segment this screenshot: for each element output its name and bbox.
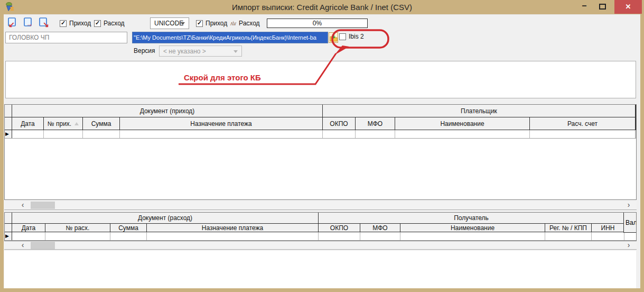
grid-cell[interactable] bbox=[395, 130, 530, 138]
current-row-marker-icon: ▶ bbox=[5, 132, 9, 136]
import-file-button[interactable]: ↙ bbox=[6, 17, 19, 30]
grid-cell[interactable] bbox=[120, 130, 323, 138]
selector-header bbox=[5, 117, 12, 130]
sync-label-right: Расход bbox=[239, 20, 260, 27]
column-header-summa[interactable]: Сумма bbox=[83, 117, 120, 130]
scrollbar-thumb[interactable] bbox=[31, 202, 55, 209]
grid-cell[interactable] bbox=[319, 232, 360, 240]
maximize-icon bbox=[599, 4, 606, 10]
column-header-naznachenie[interactable]: Назначение платежа bbox=[147, 224, 319, 232]
version-dropdown[interactable]: < не указано > bbox=[159, 45, 242, 57]
svg-text:↙: ↙ bbox=[8, 20, 15, 29]
ibis2-checkbox[interactable]: Ibis 2 bbox=[339, 33, 364, 40]
grid-cell[interactable] bbox=[44, 130, 83, 138]
group-header-document-prihod: Документ (приход) bbox=[12, 105, 323, 117]
grid-cell[interactable] bbox=[530, 130, 636, 138]
window-title: Импорт выписки: Credit Agricole Bank / I… bbox=[0, 0, 644, 14]
rashod-checkbox-label: Расход bbox=[104, 20, 125, 27]
grid-cell[interactable] bbox=[356, 130, 395, 138]
selector-header bbox=[5, 213, 12, 224]
column-header-reg-kpp[interactable]: Рег. № / КПП bbox=[545, 224, 592, 232]
grid-body bbox=[5, 139, 636, 199]
column-header-okpo[interactable]: ОКПО bbox=[323, 117, 356, 130]
grid-cell[interactable] bbox=[624, 232, 636, 240]
checkbox-checked-icon bbox=[94, 20, 101, 27]
file-path-selected-text: "E:\My Documents\TZ\Банки\КредиАгриколь(… bbox=[133, 34, 316, 41]
grid-cell[interactable] bbox=[323, 130, 356, 138]
import-prihod-button[interactable]: → bbox=[22, 17, 35, 30]
group-header-document-rashod: Документ (расход) bbox=[12, 213, 319, 224]
outgoing-grid-hscrollbar[interactable]: ‹ › bbox=[4, 241, 637, 250]
doc-arrow-down-right-icon: ↘ bbox=[38, 17, 50, 29]
column-header-inn[interactable]: ИНН bbox=[592, 224, 624, 232]
version-label: Версия bbox=[134, 47, 155, 54]
column-header-summa[interactable]: Сумма bbox=[110, 224, 147, 232]
encoding-dropdown[interactable]: UNICODE bbox=[150, 17, 189, 29]
scroll-left-icon[interactable]: ‹ bbox=[18, 241, 27, 250]
import-rashod-button[interactable]: ↘ bbox=[38, 17, 51, 30]
row-selector[interactable]: ▶ bbox=[5, 130, 12, 138]
grid-cell[interactable] bbox=[360, 232, 400, 240]
rashod-checkbox[interactable]: Расход bbox=[94, 20, 125, 27]
grid-cell[interactable] bbox=[83, 130, 120, 138]
folder-download-icon bbox=[330, 34, 338, 42]
column-header-naimenovanie[interactable]: Наименование bbox=[395, 117, 530, 130]
column-header-naznachenie[interactable]: Назначение платежа bbox=[120, 117, 323, 130]
column-header-okpo[interactable]: ОКПО bbox=[319, 224, 360, 232]
scroll-left-icon[interactable]: ‹ bbox=[18, 201, 27, 209]
file-path-input[interactable]: "E:\My Documents\TZ\Банки\КредиАгриколь(… bbox=[132, 32, 328, 43]
column-header-mfo[interactable]: МФО bbox=[356, 117, 395, 130]
selector-header bbox=[5, 224, 12, 232]
column-header-naimenovanie[interactable]: Наименование bbox=[400, 224, 545, 232]
encoding-value: UNICODE bbox=[154, 20, 183, 27]
browse-file-button[interactable] bbox=[329, 32, 338, 43]
current-row-marker-icon: ▶ bbox=[5, 234, 9, 239]
grid-cell[interactable] bbox=[592, 232, 624, 240]
column-header-empty bbox=[636, 117, 636, 130]
incoming-grid-hscrollbar[interactable]: ‹ › bbox=[4, 201, 637, 210]
sort-updown-icon: ʌ⁞v bbox=[230, 21, 236, 26]
grid-cell[interactable] bbox=[636, 130, 636, 138]
prihod-rashod-sync-checkbox[interactable]: Приход ʌ⁞v Расход bbox=[196, 20, 260, 27]
grid-cell[interactable] bbox=[110, 232, 147, 240]
sync-label-left: Приход bbox=[206, 20, 227, 27]
chevron-down-icon bbox=[234, 50, 238, 53]
row-selector[interactable]: ▶ bbox=[5, 232, 12, 240]
checkbox-checked-icon bbox=[196, 20, 203, 27]
grid-cell[interactable] bbox=[45, 232, 110, 240]
column-header-rasch-schet[interactable]: Расч. счет bbox=[530, 117, 636, 130]
grid-cell[interactable] bbox=[12, 130, 44, 138]
column-header-data[interactable]: Дата bbox=[12, 117, 44, 130]
column-header-nomer-prihoda[interactable]: № прих. bbox=[44, 117, 83, 130]
maximize-button[interactable] bbox=[594, 0, 611, 14]
prihod-checkbox[interactable]: Приход bbox=[60, 20, 91, 27]
grid-cell[interactable] bbox=[400, 232, 545, 240]
group-header-payee: Получатель bbox=[319, 213, 624, 224]
close-button[interactable]: ✕ bbox=[614, 0, 642, 14]
doc-arrow-down-left-icon: ↙ bbox=[6, 17, 18, 29]
column-header-label: № прих. bbox=[48, 120, 71, 127]
message-panel bbox=[5, 61, 636, 98]
grid-cell[interactable] bbox=[12, 232, 45, 240]
client-name-input[interactable] bbox=[5, 32, 127, 43]
titlebar: Импорт выписки: Credit Agricole Bank / I… bbox=[0, 0, 644, 14]
svg-text:→: → bbox=[26, 20, 33, 28]
version-value: < не указано > bbox=[163, 48, 206, 55]
checkbox-checked-icon bbox=[60, 20, 67, 27]
column-header-valuta[interactable]: Вал bbox=[623, 213, 636, 233]
grid-cell[interactable] bbox=[545, 232, 592, 240]
column-header-mfo[interactable]: МФО bbox=[360, 224, 400, 232]
grid-cell[interactable] bbox=[147, 232, 319, 240]
bottom-empty-area bbox=[4, 251, 636, 288]
column-header-nomer-rashoda[interactable]: № расх. bbox=[45, 224, 110, 232]
scroll-right-icon[interactable]: › bbox=[624, 201, 633, 209]
column-header-data[interactable]: Дата bbox=[12, 224, 45, 232]
progress-bar: 0% bbox=[267, 19, 368, 28]
group-header-empty bbox=[636, 105, 636, 117]
window: Импорт выписки: Credit Agricole Bank / I… bbox=[0, 0, 644, 292]
scrollbar-thumb[interactable] bbox=[31, 242, 55, 249]
prihod-checkbox-label: Приход bbox=[69, 20, 91, 27]
selector-header bbox=[5, 105, 12, 117]
minimize-button[interactable]: – bbox=[576, 0, 593, 14]
scroll-right-icon[interactable]: › bbox=[624, 241, 633, 250]
